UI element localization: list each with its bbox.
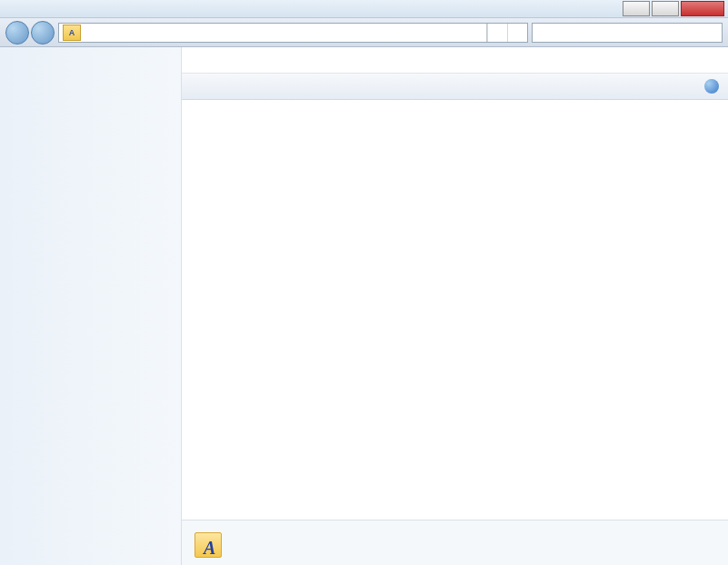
- font-grid: [182, 100, 728, 520]
- fonts-folder-icon: A: [193, 529, 224, 558]
- close-button[interactable]: [681, 1, 724, 16]
- refresh-button[interactable]: [507, 24, 527, 42]
- organize-button[interactable]: [191, 84, 200, 88]
- search-input[interactable]: [536, 26, 718, 39]
- address-dropdown-button[interactable]: [487, 24, 507, 42]
- page-title: [182, 47, 728, 73]
- help-button[interactable]: [704, 79, 719, 94]
- minimize-button[interactable]: [623, 1, 650, 16]
- search-box[interactable]: [532, 23, 723, 43]
- status-bar: A: [182, 520, 728, 565]
- address-bar[interactable]: A: [58, 23, 528, 43]
- breadcrumb[interactable]: [95, 31, 106, 35]
- sidebar: [0, 47, 182, 565]
- fonts-folder-icon: A: [63, 25, 81, 41]
- back-button[interactable]: [5, 21, 29, 45]
- forward-button[interactable]: [31, 21, 55, 45]
- view-options-button[interactable]: [681, 78, 699, 94]
- breadcrumb[interactable]: [85, 31, 95, 35]
- maximize-button[interactable]: [652, 1, 679, 16]
